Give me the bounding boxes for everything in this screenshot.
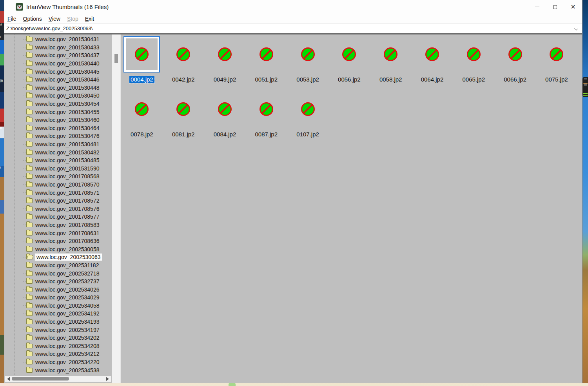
tree-item[interactable]: www.loc.gov_2001531590 bbox=[4, 165, 112, 173]
menu-file[interactable]: File bbox=[7, 16, 16, 22]
tree-item[interactable]: www.loc.gov_2002530058 bbox=[4, 245, 112, 253]
thumbnail-item[interactable]: 0051.jp2 bbox=[245, 36, 287, 91]
thumbnail-item[interactable]: 0053.jp2 bbox=[287, 36, 328, 91]
tree-item[interactable]: www.loc.gov_2001708631 bbox=[4, 229, 112, 237]
thumbnail-label: 0004.jp2 bbox=[129, 76, 154, 83]
tree-item[interactable]: www.loc.gov_2001530482 bbox=[4, 148, 112, 156]
thumbnail-item[interactable]: 0066.jp2 bbox=[494, 36, 536, 91]
thumbnail-item[interactable]: 0075.jp2 bbox=[536, 36, 577, 91]
tree-item[interactable]: www.loc.gov_2001530464 bbox=[4, 124, 112, 132]
tree-item[interactable]: www.loc.gov_2001708572 bbox=[4, 197, 112, 205]
tree-item[interactable]: www.loc.gov_2001530476 bbox=[4, 132, 112, 140]
tree-item[interactable]: www.loc.gov_2001708577 bbox=[4, 213, 112, 221]
desktop-fragment bbox=[0, 40, 4, 54]
tree-item[interactable]: www.loc.gov_2001708568 bbox=[4, 172, 112, 181]
tree-item-label: www.loc.gov_2001531590 bbox=[34, 165, 100, 172]
address-bar[interactable]: Z:\bookget\www.loc.gov_2002530063\ bbox=[4, 24, 582, 33]
thumbnail-item[interactable]: 0081.jp2 bbox=[163, 91, 204, 146]
no-thumbnail-icon bbox=[301, 47, 315, 61]
tree-item[interactable]: www.loc.gov_2001530433 bbox=[4, 43, 112, 52]
tree-item[interactable]: www.loc.gov_2002534029 bbox=[4, 294, 112, 302]
folder-icon bbox=[26, 223, 33, 227]
tree-item[interactable]: www.loc.gov_2001708571 bbox=[4, 188, 112, 197]
menu-options[interactable]: Options bbox=[23, 16, 42, 22]
scrollbar-thumb[interactable] bbox=[12, 377, 69, 381]
tree-item[interactable]: www.loc.gov_2002534212 bbox=[4, 350, 112, 358]
tree-item[interactable]: www.loc.gov_2001530454 bbox=[4, 100, 112, 108]
thumbnail-item[interactable]: 0107.jp2 bbox=[287, 91, 328, 146]
tree-item[interactable]: www.loc.gov_2002534192 bbox=[4, 310, 112, 318]
thumbnail-item[interactable]: 0056.jp2 bbox=[328, 36, 370, 91]
thumbnail-item[interactable]: 0064.jp2 bbox=[412, 36, 453, 91]
tree-item[interactable]: www.loc.gov_2001530446 bbox=[4, 76, 112, 84]
tree-item[interactable]: www.loc.gov_2001530485 bbox=[4, 156, 112, 165]
tree-connector bbox=[23, 80, 26, 80]
tree-item[interactable]: www.loc.gov_2002532737 bbox=[4, 277, 112, 286]
tree-item[interactable]: www.loc.gov_2002534538 bbox=[4, 366, 112, 374]
desktop-fragment bbox=[0, 109, 4, 122]
tree-item[interactable]: www.loc.gov_2001530431 bbox=[4, 35, 112, 43]
no-thumbnail-icon bbox=[425, 47, 439, 61]
minimize-button[interactable] bbox=[528, 0, 546, 14]
gadget-green-marker bbox=[583, 93, 588, 94]
no-thumbnail-icon bbox=[301, 102, 315, 116]
thumbnail-item[interactable]: 0084.jp2 bbox=[204, 91, 246, 146]
tree-item[interactable]: www.loc.gov_2001530455 bbox=[4, 108, 112, 116]
thumbnail-item[interactable]: 0078.jp2 bbox=[121, 91, 163, 146]
thumbnail-item[interactable]: 0058.jp2 bbox=[370, 36, 412, 91]
thumbnail-item[interactable]: 0065.jp2 bbox=[453, 36, 494, 91]
thumbnail-item[interactable]: 0004.jp2 bbox=[121, 36, 163, 91]
tree-item[interactable]: www.loc.gov_2002534220 bbox=[4, 358, 112, 366]
tree-item[interactable]: www.loc.gov_2002534193 bbox=[4, 318, 112, 326]
tree-item[interactable]: www.loc.gov_2001530450 bbox=[4, 92, 112, 100]
tree-item[interactable]: www.loc.gov_2002534197 bbox=[4, 326, 112, 334]
tree-connector bbox=[23, 63, 26, 64]
thumbnail-item[interactable]: 0042.jp2 bbox=[163, 36, 204, 91]
thumbnail-tile bbox=[331, 36, 367, 72]
folder-icon bbox=[26, 77, 33, 82]
scroll-right-arrow-icon[interactable] bbox=[106, 377, 109, 381]
tree-item[interactable]: www.loc.gov_2002530063 bbox=[4, 253, 112, 261]
scrollbar-thumb[interactable] bbox=[114, 54, 118, 63]
tree-item[interactable]: www.loc.gov_2001530437 bbox=[4, 51, 112, 60]
desktop-fragment bbox=[0, 138, 4, 166]
folder-icon bbox=[26, 45, 33, 50]
tree-horizontal-scrollbar[interactable] bbox=[5, 376, 111, 382]
thumbnail-item[interactable]: 0087.jp2 bbox=[245, 91, 287, 146]
tree-item[interactable]: www.loc.gov_2001530481 bbox=[4, 140, 112, 149]
tree-item[interactable]: www.loc.gov_2001708570 bbox=[4, 181, 112, 189]
menu-exit[interactable]: Exit bbox=[85, 16, 94, 22]
folder-icon bbox=[26, 287, 33, 292]
tree-item[interactable]: www.loc.gov_2002534026 bbox=[4, 285, 112, 294]
tree-item[interactable]: www.loc.gov_2002534202 bbox=[4, 334, 112, 342]
tree-item[interactable]: www.loc.gov_2002531182 bbox=[4, 261, 112, 270]
desktop-gadget-widget[interactable] bbox=[583, 77, 588, 97]
tree-vertical-scrollbar[interactable] bbox=[112, 34, 121, 383]
tree-item[interactable]: www.loc.gov_2001708576 bbox=[4, 205, 112, 213]
tree-item[interactable]: www.loc.gov_2001530445 bbox=[4, 67, 112, 76]
folder-icon bbox=[26, 360, 33, 364]
tree-item[interactable]: www.loc.gov_2001708636 bbox=[4, 237, 112, 245]
tree-connector bbox=[23, 330, 26, 330]
tree-item[interactable]: www.loc.gov_2001530448 bbox=[4, 84, 112, 92]
tree-connector bbox=[23, 120, 26, 120]
tree-item[interactable]: www.loc.gov_2002534058 bbox=[4, 302, 112, 310]
no-thumbnail-icon bbox=[260, 102, 273, 116]
desktop-fragment: B bbox=[0, 127, 4, 138]
menu-view[interactable]: View bbox=[49, 16, 60, 22]
folder-icon bbox=[26, 328, 33, 332]
thumbnail-label: 0065.jp2 bbox=[461, 76, 486, 83]
maximize-button[interactable] bbox=[546, 0, 564, 14]
tree-item[interactable]: www.loc.gov_2001530460 bbox=[4, 116, 112, 124]
tree-connector bbox=[23, 176, 26, 177]
close-button[interactable]: ✕ bbox=[564, 0, 582, 14]
tree-item[interactable]: www.loc.gov_2002534208 bbox=[4, 342, 112, 350]
chevron-down-icon[interactable] bbox=[574, 27, 577, 30]
tree-item[interactable]: www.loc.gov_2001708583 bbox=[4, 221, 112, 229]
folder-icon bbox=[26, 198, 33, 203]
tree-item[interactable]: www.loc.gov_2002532718 bbox=[4, 269, 112, 277]
scroll-left-arrow-icon[interactable] bbox=[7, 377, 10, 381]
thumbnail-item[interactable]: 0049.jp2 bbox=[204, 36, 246, 91]
thumbnail-tile bbox=[290, 91, 326, 127]
tree-item[interactable]: www.loc.gov_2001530440 bbox=[4, 60, 112, 68]
